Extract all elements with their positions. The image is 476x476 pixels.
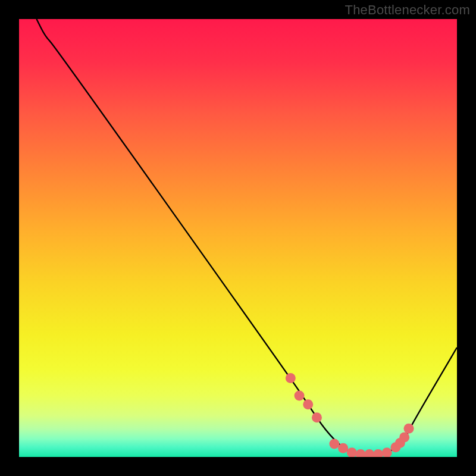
- data-point: [338, 443, 348, 453]
- data-point: [303, 399, 313, 409]
- data-point: [286, 373, 296, 383]
- attribution-label: TheBottlenecker.com: [345, 2, 470, 18]
- data-point: [295, 390, 305, 400]
- chart-frame: TheBottlenecker.com: [0, 0, 476, 476]
- gradient-background: [19, 19, 457, 457]
- bottleneck-chart: [19, 19, 457, 457]
- data-point: [399, 432, 409, 442]
- data-point: [312, 412, 322, 422]
- data-point: [404, 424, 414, 434]
- plot-area: [19, 19, 457, 457]
- data-point: [329, 439, 339, 449]
